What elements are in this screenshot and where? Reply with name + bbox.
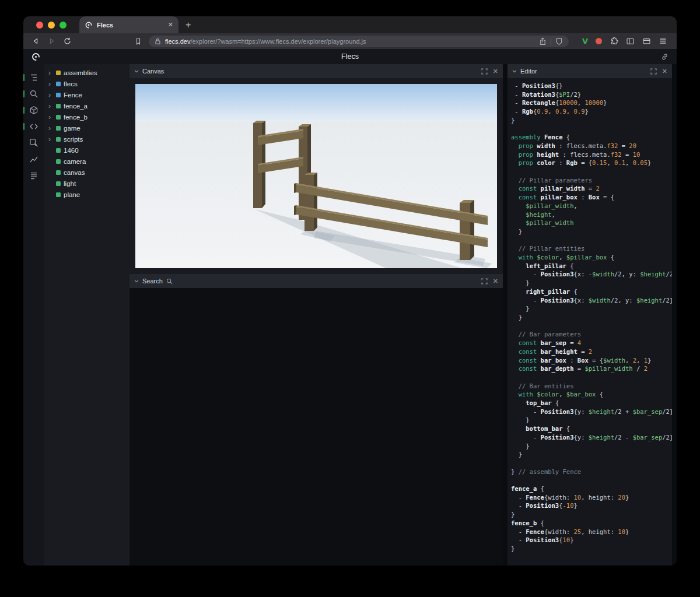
code-line: fence_b { xyxy=(511,519,672,528)
code-line: // Pillar entities xyxy=(511,244,672,253)
tree-item-label: fence_b xyxy=(64,114,88,121)
code-line: } xyxy=(511,227,672,236)
right-padding xyxy=(672,64,677,566)
commands-icon[interactable] xyxy=(23,168,44,183)
forward-button-icon[interactable] xyxy=(46,36,57,47)
tree-item-flecs[interactable]: ›flecs xyxy=(44,78,130,89)
entity-kind-swatch xyxy=(56,104,61,108)
tree-item-fence_b[interactable]: ›fence_b xyxy=(44,111,130,122)
expand-chevron-icon[interactable]: › xyxy=(48,103,53,110)
inspector-icon[interactable] xyxy=(23,135,44,150)
browser-tab[interactable]: Flecs ✕ xyxy=(79,16,178,33)
desktop: Flecs ✕ + flecs.dev/ xyxy=(0,0,700,597)
entity-kind-swatch xyxy=(56,115,61,120)
code-line: - Position3{10} xyxy=(511,536,672,545)
expand-chevron-icon[interactable]: › xyxy=(48,125,53,132)
code-line: } xyxy=(511,545,672,553)
stats-icon[interactable] xyxy=(23,152,44,167)
canvas-3d-view[interactable] xyxy=(130,78,503,274)
components-icon[interactable] xyxy=(23,103,44,118)
code-line: } xyxy=(511,304,672,313)
back-button-icon[interactable] xyxy=(30,36,41,47)
tree-item-canvas[interactable]: ›canvas xyxy=(44,167,130,178)
entity-kind-swatch xyxy=(56,148,61,153)
code-line: const pillar_width = 2 xyxy=(511,184,672,193)
tree-item-fence_a[interactable]: ›fence_a xyxy=(44,100,130,111)
search-panel-body[interactable] xyxy=(130,288,503,566)
code-line: bottom_bar { xyxy=(511,424,672,433)
editor-panel-title: Editor xyxy=(520,68,537,75)
editor-code[interactable]: - Position3{} - Rotation3{$PI/2} - Recta… xyxy=(508,78,672,566)
editor-expand-icon[interactable] xyxy=(650,68,657,75)
code-line: prop width : flecs.meta.f32 = 20 xyxy=(511,142,672,150)
expand-chevron-icon[interactable]: › xyxy=(48,114,53,121)
bookmark-icon[interactable] xyxy=(133,36,144,47)
tree-item-plane[interactable]: ›plane xyxy=(44,189,130,200)
code-line: assembly Fence { xyxy=(511,133,672,142)
canvas-expand-icon[interactable] xyxy=(481,68,488,75)
editor-panel-header: Editor ✕ xyxy=(508,64,672,78)
tree-item-1460[interactable]: ›1460 xyxy=(44,145,130,156)
extensions-puzzle-icon[interactable] xyxy=(610,37,618,45)
code-line: } xyxy=(511,416,672,424)
tree-item-scripts[interactable]: ›scripts xyxy=(44,134,130,145)
code-line: - Fence{width: 10, height: 20} xyxy=(511,493,672,502)
editor-collapse-chevron-icon[interactable] xyxy=(512,69,517,73)
code-line: } // assembly Fence xyxy=(511,468,672,476)
wallet-icon[interactable] xyxy=(642,37,651,45)
entity-tree-icon[interactable] xyxy=(23,70,44,85)
code-line: - Position3{y: $height/2 + $bar_sep/2} xyxy=(511,408,672,416)
red-extension-icon[interactable] xyxy=(596,38,602,44)
page-title: Flecs xyxy=(23,52,677,61)
canvas-close-icon[interactable]: ✕ xyxy=(493,68,498,75)
code-icon[interactable] xyxy=(23,119,44,134)
close-window-button[interactable] xyxy=(36,22,43,29)
active-panel-marker xyxy=(23,90,24,97)
url-text[interactable]: flecs.dev/explorer/?wasm=https://www.fle… xyxy=(165,38,535,45)
search-collapse-chevron-icon[interactable] xyxy=(134,279,139,283)
url-path: /explorer/?wasm=https://www.flecs.dev/ex… xyxy=(190,38,366,45)
vimium-extension-icon[interactable]: V xyxy=(582,37,588,45)
menu-hamburger-icon[interactable] xyxy=(659,37,667,45)
code-line: right_pillar { xyxy=(511,287,672,296)
code-line: // Bar parameters xyxy=(511,330,672,339)
tree-item-Fence[interactable]: ›Fence xyxy=(44,89,130,100)
tree-item-label: plane xyxy=(64,191,80,198)
tree-item-game[interactable]: ›game xyxy=(44,122,130,134)
code-line: fence_a { xyxy=(511,484,672,493)
new-tab-button[interactable]: + xyxy=(186,20,191,30)
code-line: const bar_height = 2 xyxy=(511,347,672,356)
code-line: const bar_sep = 4 xyxy=(511,339,672,347)
sidebar-toggle-icon[interactable] xyxy=(626,37,635,45)
code-line: - Position3{} xyxy=(511,82,672,90)
share-link-icon[interactable] xyxy=(660,52,669,61)
tab-close-icon[interactable]: ✕ xyxy=(168,22,173,28)
canvas-collapse-chevron-icon[interactable] xyxy=(134,69,139,73)
search-expand-icon[interactable] xyxy=(481,278,488,285)
traffic-lights xyxy=(23,22,75,29)
code-line: prop height : flecs.meta.f32 = 10 xyxy=(511,150,672,159)
canvas-panel-header: Canvas ✕ xyxy=(130,64,503,78)
entity-kind-swatch xyxy=(56,93,61,97)
tree-item-camera[interactable]: ›camera xyxy=(44,156,130,167)
expand-chevron-icon[interactable]: › xyxy=(48,69,53,76)
expand-chevron-icon[interactable]: › xyxy=(48,92,53,99)
zoom-window-button[interactable] xyxy=(60,22,66,29)
search-close-icon[interactable]: ✕ xyxy=(493,278,498,285)
editor-close-icon[interactable]: ✕ xyxy=(662,68,667,75)
expand-chevron-icon[interactable]: › xyxy=(48,80,53,87)
url-bar[interactable]: flecs.dev/explorer/?wasm=https://www.fle… xyxy=(149,36,569,47)
code-line: $height, xyxy=(511,210,672,219)
search-icon[interactable] xyxy=(23,86,44,101)
brave-shields-icon[interactable] xyxy=(555,37,563,45)
share-icon[interactable] xyxy=(539,37,547,45)
tab-title: Flecs xyxy=(97,22,164,29)
code-line: - Rotation3{$PI/2} xyxy=(511,90,672,99)
reload-button-icon[interactable] xyxy=(62,36,72,47)
expand-chevron-icon[interactable]: › xyxy=(48,136,53,143)
code-line: } xyxy=(511,116,672,125)
minimize-window-button[interactable] xyxy=(48,22,55,29)
tree-item-assemblies[interactable]: ›assemblies xyxy=(44,67,130,78)
browser-toolbar: flecs.dev/explorer/?wasm=https://www.fle… xyxy=(23,33,677,49)
tree-item-light[interactable]: ›light xyxy=(44,178,130,189)
